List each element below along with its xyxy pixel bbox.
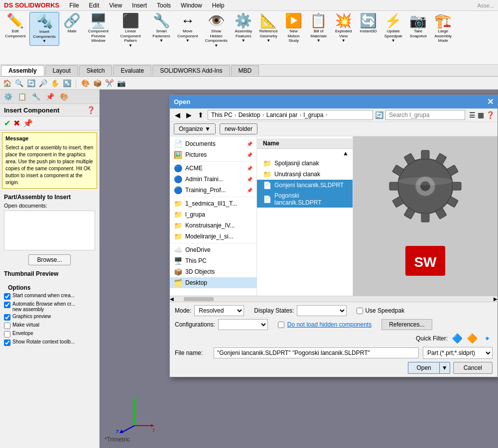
- back-button[interactable]: ◀: [173, 110, 182, 120]
- zoom-icon[interactable]: 🔎: [38, 78, 48, 88]
- new-motion-study-button[interactable]: ▶️ NewMotionStudy: [282, 12, 306, 45]
- nav-documents[interactable]: 📄 Documents 📌: [170, 138, 256, 149]
- up-button[interactable]: ⬆: [196, 110, 206, 120]
- selection-icon[interactable]: ↖️: [62, 78, 72, 88]
- nav-pictures[interactable]: 🖼️ Pictures 📌: [170, 149, 256, 160]
- panel-feature-icon[interactable]: ⚙️: [2, 91, 14, 103]
- nav-1sedmica[interactable]: 📁 1_sedmica_III1_T...: [170, 198, 256, 209]
- assembly-features-button[interactable]: ⚙️ AssemblyFeatures ▼: [232, 12, 255, 45]
- linear-component-pattern-button[interactable]: ⬛ Linear ComponentPattern ▼: [113, 12, 148, 50]
- quick-filter-btn1[interactable]: 🔷: [452, 333, 463, 344]
- display-states-select[interactable]: [297, 305, 347, 316]
- camera-icon[interactable]: 📷: [116, 78, 126, 88]
- component-preview-button[interactable]: 🖥️ ComponentPreviewWindow: [85, 12, 112, 45]
- pin-button[interactable]: 📌: [23, 118, 33, 128]
- update-speedpak-button[interactable]: ⚡ UpdateSpeedpak ▼: [381, 12, 405, 45]
- option-show-rotate-checkbox[interactable]: [4, 339, 10, 346]
- refresh-button[interactable]: 🔄: [375, 111, 383, 119]
- menu-edit[interactable]: Edit: [85, 1, 104, 10]
- smart-fasteners-button[interactable]: 🔧 SmartFasteners ▼: [149, 12, 173, 45]
- search-icon[interactable]: 🔍: [14, 78, 24, 88]
- bill-of-materials-button[interactable]: 📋 Bill ofMaterials ▼: [307, 12, 331, 45]
- option-auto-browse-checkbox[interactable]: [4, 302, 10, 308]
- menu-file[interactable]: File: [65, 1, 83, 10]
- instant3d-button[interactable]: 🔄 Instant3D: [357, 12, 380, 36]
- view-list-button[interactable]: ☰: [469, 111, 476, 119]
- ok-button[interactable]: ✔: [4, 118, 10, 128]
- quick-filter-btn2[interactable]: 🔶: [467, 333, 478, 344]
- nav-lgrup[interactable]: 📁 l_grupa: [170, 209, 256, 220]
- menu-tools[interactable]: Tools: [153, 1, 175, 10]
- menu-view[interactable]: View: [105, 1, 126, 10]
- take-snapshot-button[interactable]: 📷 TakeSnapshot: [406, 12, 430, 40]
- horiz-scrollbar[interactable]: ◀ ▶: [170, 296, 498, 302]
- nav-desktop[interactable]: 🗂️ Desktop: [170, 277, 256, 288]
- mate-button[interactable]: 🔗 Mate: [60, 12, 84, 36]
- option-envelope-checkbox[interactable]: [4, 331, 10, 337]
- cancel-panel-button[interactable]: ✖: [13, 118, 20, 128]
- menu-insert[interactable]: Insert: [128, 1, 151, 10]
- rotate-icon[interactable]: 🔄: [26, 78, 36, 88]
- new-folder-button[interactable]: new-folder: [220, 123, 257, 134]
- view-details-button[interactable]: ▦: [478, 111, 484, 119]
- home-icon[interactable]: 🏠: [2, 78, 12, 88]
- nav-modeliranje[interactable]: 📁 Modeliranje_i_si...: [170, 231, 256, 242]
- search-input[interactable]: [385, 110, 465, 120]
- option-graphics-preview-checkbox[interactable]: [4, 314, 10, 321]
- menu-window[interactable]: Window: [177, 1, 206, 10]
- file-item-pogonski[interactable]: 📄 Pogonski lancanik.SLDPRT: [257, 191, 353, 208]
- show-hidden-button[interactable]: 👁️ ShowHiddenComponents ▼: [202, 12, 230, 50]
- menu-help[interactable]: Help: [208, 1, 229, 10]
- nav-training-prof[interactable]: 🔵 Training_Prof... 📌: [170, 185, 256, 196]
- file-list-header[interactable]: Name: [257, 138, 353, 149]
- option-make-virtual-checkbox[interactable]: [4, 323, 10, 329]
- tab-sketch[interactable]: Sketch: [79, 65, 113, 76]
- forward-button[interactable]: ▶: [184, 110, 194, 120]
- move-component-button[interactable]: ↔️ MoveComponent ▼: [174, 12, 201, 45]
- section-view-icon[interactable]: ✂️: [104, 78, 114, 88]
- panel-help-icon[interactable]: ❓: [87, 106, 95, 114]
- references-button[interactable]: References...: [381, 319, 432, 330]
- option-start-command-checkbox[interactable]: [4, 293, 10, 300]
- organize-button[interactable]: Organize ▼: [174, 123, 216, 134]
- canvas-area[interactable]: Y X Z *Trimetric Open ✕ ◀ ▶: [100, 90, 498, 448]
- do-not-load-checkbox[interactable]: [278, 322, 284, 328]
- file-item-gonjeni[interactable]: 📄 Gonjeni lancanik.SLDPRT: [257, 180, 353, 191]
- file-type-select[interactable]: Part (*.prt;*.sldprt): [423, 347, 493, 359]
- panel-config-icon[interactable]: 🔧: [30, 91, 42, 103]
- tab-addins[interactable]: SOLIDWORKS Add-Ins: [152, 65, 230, 76]
- pan-icon[interactable]: ✋: [50, 78, 60, 88]
- nav-konstruisanje[interactable]: 📁 Konstruisanje_IV...: [170, 220, 256, 231]
- nav-acme[interactable]: 🔵 ACME 📌: [170, 163, 256, 174]
- panel-color-icon[interactable]: 🎨: [58, 91, 70, 103]
- tab-evaluate[interactable]: Evaluate: [113, 65, 151, 76]
- panel-pin-icon[interactable]: 📌: [44, 91, 56, 103]
- nav-3d-objects[interactable]: 📦 3D Objects: [170, 266, 256, 277]
- display-icon[interactable]: 🎨: [80, 78, 90, 88]
- quick-filter-btn3[interactable]: 🔹: [482, 333, 493, 344]
- nav-this-pc[interactable]: 🖥️ This PC: [170, 255, 256, 266]
- nav-onedrive[interactable]: ☁️ OneDrive: [170, 244, 256, 255]
- use-speedpak-checkbox[interactable]: [357, 308, 363, 314]
- panel-property-icon[interactable]: 📋: [16, 91, 28, 103]
- tab-layout[interactable]: Layout: [45, 65, 78, 76]
- exploded-view-button[interactable]: 💥 ExplodedView ▼: [332, 12, 356, 45]
- help-button[interactable]: ❓: [486, 111, 495, 119]
- tab-mbd[interactable]: MBD: [231, 65, 259, 76]
- open-dropdown-arrow[interactable]: ▼: [439, 362, 450, 374]
- insert-components-button[interactable]: 🔩 InsertComponents ▼: [29, 12, 59, 46]
- breadcrumb-bar[interactable]: This PC › Desktop › Lancani par › l_grup…: [208, 110, 373, 120]
- large-assembly-mode-button[interactable]: 🏗️ LargeAssemblyMode: [431, 12, 455, 45]
- dialog-close-button[interactable]: ✕: [487, 97, 494, 107]
- browse-button[interactable]: Browse...: [28, 254, 70, 265]
- reference-geometry-button[interactable]: 📐 ReferenceGeometry ▼: [256, 12, 281, 45]
- config-select[interactable]: [218, 319, 268, 330]
- open-button[interactable]: Open: [408, 362, 439, 374]
- file-item-unutrasnji[interactable]: 📁 Unutrasnji clanak: [257, 169, 353, 180]
- file-item-spoljasnji[interactable]: 📁 Spoljasnji clanak: [257, 158, 353, 169]
- file-name-input[interactable]: [214, 347, 419, 358]
- tab-assembly[interactable]: Assembly: [1, 65, 44, 76]
- materials-icon[interactable]: 📦: [92, 78, 102, 88]
- nav-admin-training[interactable]: 🔵 Admin Traini... 📌: [170, 174, 256, 185]
- horiz-thumb[interactable]: [184, 297, 214, 301]
